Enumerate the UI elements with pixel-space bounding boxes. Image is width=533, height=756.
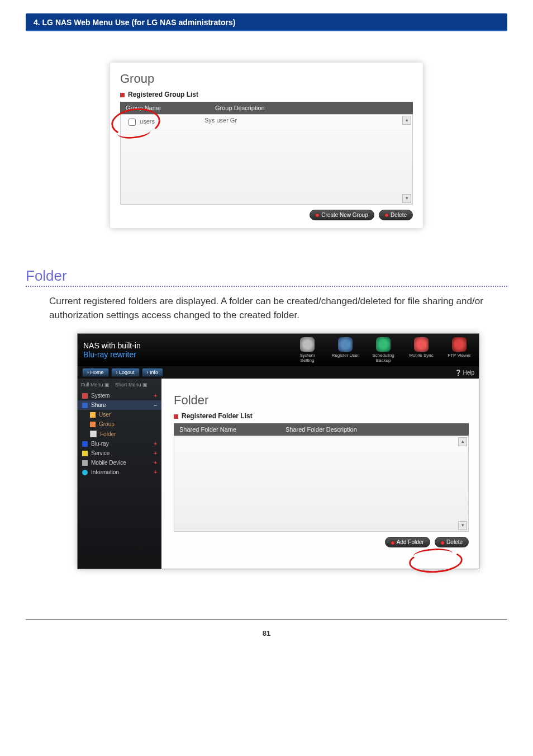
user-sub-icon [90,412,96,418]
group-col-desc: Group Description [210,102,413,114]
topnav-register-user[interactable]: Register User [331,337,359,363]
folder-col-name: Shared Folder Name [174,423,280,436]
folder-panel-subtitle: Registered Folder List [174,412,469,420]
sidebar-item-share[interactable]: Share− [78,400,161,410]
delete-folder-button[interactable]: Delete [435,537,469,547]
group-row-users[interactable]: users Sys user Gr [121,115,412,130]
section-heading-folder: Folder [26,267,507,287]
scroll-up-icon[interactable]: ▴ [458,437,467,446]
sidebar-item-bluray[interactable]: Blu-ray+ [78,439,161,448]
gear-icon [300,337,315,352]
topnav-mobile-sync[interactable]: Mobile Sync [407,337,435,363]
nas-sub-bar: › Home › Logout › Info Help [78,366,479,379]
scroll-down-icon[interactable]: ▾ [402,194,411,203]
info-icon [82,470,88,475]
folder-col-desc: Shared Folder Description [280,423,469,436]
sidebar-item-group[interactable]: Group [78,419,161,429]
chip-home[interactable]: › Home [82,368,109,377]
chip-logout[interactable]: › Logout [111,368,140,377]
folder-sub-icon [90,431,97,437]
folder-screenshot: NAS with built-in Blu-ray rewriter Syste… [77,333,479,569]
page-number: 81 [26,620,507,637]
help-link[interactable]: Help [455,370,474,376]
folder-panel-title: Folder [174,393,469,408]
topnav-scheduling-backup[interactable]: Scheduling Backup [369,337,397,363]
clock-icon [376,337,391,352]
user-icon [338,337,353,352]
sidebar-item-user[interactable]: User [78,410,161,419]
system-icon [82,393,88,399]
delete-group-button[interactable]: Delete [379,210,413,220]
sidebar-tab-short[interactable]: Short Menu ▣ [115,382,147,388]
sidebar: Full Menu ▣ Short Menu ▣ System+ Share− … [78,379,161,569]
group-table: Group Name Group Description [120,102,413,114]
ftp-icon [452,337,467,352]
sidebar-tab-full[interactable]: Full Menu ▣ [81,382,110,388]
sidebar-item-system[interactable]: System+ [78,391,161,400]
add-folder-button[interactable]: Add Folder [385,537,430,547]
group-screenshot: Group Registered Group List Group Name G… [110,63,423,228]
group-panel-title: Group [120,72,413,86]
mobile-icon [82,460,88,466]
sidebar-item-mobile[interactable]: Mobile Device+ [78,458,161,467]
folder-table: Shared Folder Name Shared Folder Descrip… [174,423,469,436]
sidebar-item-folder[interactable]: Folder [78,429,161,439]
folder-table-body: ▴ ▾ [174,436,469,532]
nas-brand: NAS with built-in Blu-ray rewriter [83,341,141,359]
group-panel-subtitle: Registered Group List [120,91,413,98]
nas-top-bar: NAS with built-in Blu-ray rewriter Syste… [78,334,479,366]
sidebar-item-information[interactable]: Information+ [78,467,161,477]
create-new-group-button[interactable]: Create New Group [310,210,374,220]
scroll-up-icon[interactable]: ▴ [402,116,411,125]
folder-main-panel: Folder Registered Folder List Shared Fol… [161,379,479,569]
chip-info[interactable]: › Info [142,368,164,377]
topnav-system-setting[interactable]: System Setting [293,337,321,363]
scroll-down-icon[interactable]: ▾ [458,521,467,530]
chapter-bar: 4. LG NAS Web Menu Use (for LG NAS admin… [26,13,507,31]
group-row-name: users [140,118,155,125]
group-row-desc: Sys user Gr [204,117,407,127]
bluray-icon [82,441,88,447]
topnav-ftp-viewer[interactable]: FTP Viewer [445,337,473,363]
group-col-name: Group Name [120,102,210,114]
group-row-checkbox[interactable] [129,119,136,126]
sync-icon [414,337,429,352]
group-sub-icon [90,422,96,427]
sidebar-item-service[interactable]: Service+ [78,448,161,458]
group-table-body: users Sys user Gr ▴ ▾ [120,114,413,205]
share-icon [82,403,88,408]
service-icon [82,451,88,456]
section-paragraph: Current registered folders are displayed… [49,295,507,322]
